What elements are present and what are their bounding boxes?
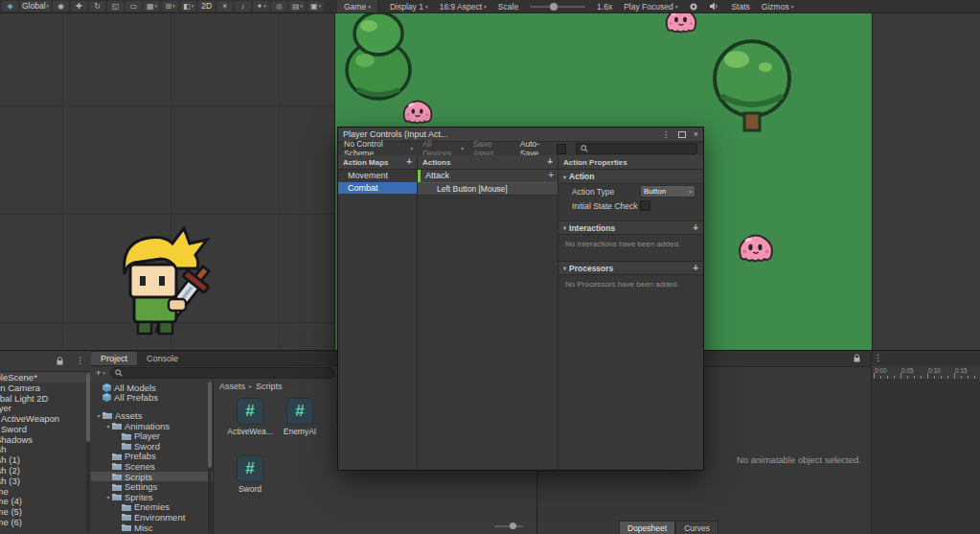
thumbnail-size-slider[interactable]	[494, 522, 523, 530]
tool-handle-icon[interactable]: ◈	[2, 1, 18, 12]
project-tree-item-all-prefabs[interactable]: All Prefabs	[91, 393, 213, 404]
project-tree-item-animations[interactable]: ▾Animations	[91, 421, 213, 431]
add-interaction-button[interactable]: +	[693, 223, 698, 233]
mode-2d-button[interactable]: 2D	[198, 1, 215, 12]
close-icon[interactable]: ×	[694, 130, 698, 139]
kebab-menu-icon[interactable]: ⋮	[874, 354, 882, 362]
lighting-toggle-button[interactable]: ☀	[217, 1, 233, 12]
add-action-map-button[interactable]: +	[406, 157, 412, 167]
hierarchy-item[interactable]: Bush (2)	[0, 465, 92, 476]
grid-snap-button[interactable]: ⊞▾	[162, 1, 178, 12]
effects-toggle-button[interactable]: ✦▾	[253, 1, 269, 12]
player-sprite[interactable]	[107, 222, 226, 349]
display-dropdown[interactable]: Display 1 ▾	[390, 2, 428, 12]
add-action-button[interactable]: +	[547, 157, 553, 167]
project-tree-item-prefabs[interactable]: Prefabs	[91, 452, 213, 462]
hierarchy-item[interactable]: SampleScene*	[0, 372, 92, 383]
project-file[interactable]: #EnemyAI	[275, 398, 325, 436]
project-tree-scrollbar[interactable]	[208, 382, 212, 533]
audio-toggle-button[interactable]: ♪	[235, 1, 251, 12]
dopesheet-area[interactable]	[872, 379, 980, 534]
processors-section-header[interactable]: ▾ Processors +	[558, 261, 703, 275]
scene-visibility-button[interactable]: ◎	[271, 1, 287, 12]
hierarchy-item[interactable]: Slime (5)	[0, 506, 92, 517]
timeline-ruler[interactable]: 0:000:050:100:15	[872, 366, 980, 380]
actions-search-input[interactable]	[576, 143, 697, 154]
project-file[interactable]: #ActiveWea...	[225, 398, 275, 436]
view-tool-button[interactable]: ◉	[53, 1, 69, 12]
action-item-attack[interactable]: Attack +	[418, 170, 558, 182]
move-tool-button[interactable]: ✚	[71, 1, 87, 12]
rotate-tool-button[interactable]: ↻	[89, 1, 105, 12]
audio-mute-icon[interactable]	[710, 2, 719, 11]
breadcrumb-root[interactable]: Assets	[219, 382, 245, 391]
transform-tool-button[interactable]: ▦▾	[144, 1, 160, 12]
kebab-menu-icon[interactable]: ⋮	[76, 357, 84, 365]
project-tree-item-sword[interactable]: Sword	[91, 441, 213, 452]
hierarchy-item[interactable]: Sword	[0, 424, 92, 434]
scene-view[interactable]	[0, 12, 334, 350]
curves-tab[interactable]: Curves	[675, 521, 718, 534]
initial-state-check-checkbox[interactable]	[640, 200, 650, 211]
add-asset-button[interactable]: +▾	[96, 368, 105, 378]
rect-tool-button[interactable]: ▭	[125, 1, 142, 12]
action-map-movement[interactable]: Movement	[338, 170, 417, 182]
project-tree-item-enemies[interactable]: Enemies	[91, 502, 213, 513]
action-map-combat[interactable]: Combat	[338, 182, 417, 195]
camera-settings-button[interactable]: ▣▾	[308, 1, 324, 12]
lock-icon[interactable]	[57, 357, 63, 365]
tab-game[interactable]: Game ▾	[337, 0, 378, 12]
tab-console[interactable]: Console	[137, 352, 188, 365]
hierarchy-item[interactable]: Player	[0, 403, 92, 413]
project-tree-item-misc[interactable]: Misc	[91, 522, 213, 533]
hierarchy-item[interactable]: Global Light 2D	[0, 393, 92, 404]
hierarchy-item[interactable]: Bush (3)	[0, 476, 92, 486]
action-type-dropdown[interactable]: Button ▾	[640, 185, 695, 197]
hierarchy-scrollbar[interactable]	[86, 373, 90, 532]
gear-icon[interactable]	[689, 2, 698, 12]
lock-icon[interactable]	[854, 354, 860, 362]
hierarchy-item[interactable]: ActiveWeapon	[0, 413, 92, 424]
binding-item[interactable]: Left Button [Mouse]	[418, 182, 558, 197]
play-focused-dropdown[interactable]: Play Focused ▾	[624, 2, 677, 12]
dopesheet-tab[interactable]: Dopesheet	[619, 521, 675, 534]
project-tree-item-all-models[interactable]: All Models	[91, 383, 213, 393]
project-tree-item-assets[interactable]: ▾Assets	[91, 410, 213, 421]
breadcrumb-current[interactable]: Scripts	[256, 382, 283, 391]
maximize-icon[interactable]	[678, 131, 686, 138]
hierarchy-item[interactable]: Slime (6)	[0, 517, 92, 527]
add-processor-button[interactable]: +	[693, 264, 698, 273]
project-file[interactable]: #Sword	[225, 455, 275, 494]
project-tree-item-sprites[interactable]: ▾Sprites	[91, 492, 213, 502]
project-search-input[interactable]	[110, 367, 335, 379]
chevron-down-icon[interactable]: ▾	[95, 412, 103, 419]
interactions-section-header[interactable]: ▾ Interactions +	[558, 221, 703, 235]
scale-tool-button[interactable]: ◱	[107, 1, 124, 12]
scale-slider[interactable]	[530, 6, 585, 8]
pivot-global-dropdown[interactable]: Global▾	[20, 1, 51, 12]
hierarchy-item[interactable]: Main Camera	[0, 383, 92, 393]
project-tree-item-settings[interactable]: Settings	[91, 481, 213, 492]
auto-save-checkbox[interactable]	[557, 144, 566, 154]
hierarchy-item[interactable]: Shadows	[0, 434, 92, 445]
project-tree-item-scripts[interactable]: Scripts	[91, 472, 213, 482]
hierarchy-item[interactable]: Bush	[0, 445, 92, 455]
action-section-header[interactable]: ▾ Action	[558, 170, 703, 184]
chevron-down-icon[interactable]: ▾	[104, 423, 112, 430]
grid-visibility-button[interactable]: ▤▾	[289, 1, 306, 12]
project-tree-item-environment[interactable]: Environment	[91, 512, 213, 522]
scale-slider-knob[interactable]	[550, 3, 558, 11]
kebab-menu-icon[interactable]: ⋮	[662, 130, 671, 139]
add-binding-button[interactable]: +	[548, 171, 554, 180]
tab-project[interactable]: Project	[91, 352, 137, 365]
stats-button[interactable]: Stats	[731, 2, 749, 12]
snap-settings-button[interactable]: ◧▾	[180, 1, 196, 12]
aspect-dropdown[interactable]: 16:9 Aspect ▾	[440, 2, 487, 12]
hierarchy-item[interactable]: Bush (1)	[0, 454, 92, 465]
project-tree-item-scenes[interactable]: Scenes	[91, 461, 213, 472]
hierarchy-item[interactable]: Slime	[0, 486, 92, 497]
chevron-down-icon[interactable]: ▾	[104, 494, 112, 500]
project-tree-item-player[interactable]: Player	[91, 430, 213, 441]
hierarchy-item[interactable]: Slime (4)	[0, 497, 92, 507]
gizmos-dropdown[interactable]: Gizmos ▾	[762, 2, 794, 12]
